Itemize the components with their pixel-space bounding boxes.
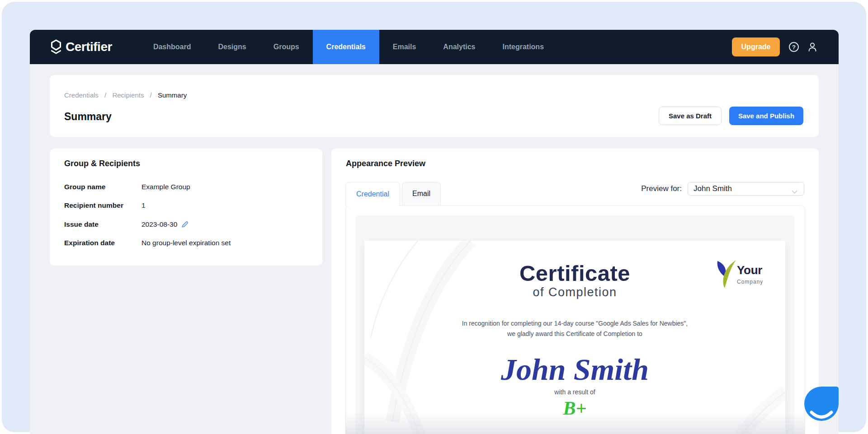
expiration-date-row: Expiration dateNo group-level expiration… (64, 239, 231, 247)
appearance-preview-card: Appearance Preview Credential Email Prev… (331, 149, 819, 434)
expiration-date-label: Expiration date (64, 239, 142, 247)
group-recipients-card: Group & Recipients Group nameExample Gro… (50, 149, 322, 266)
brand-name: Certifier (66, 40, 112, 54)
profile-icon[interactable] (807, 42, 818, 52)
top-navbar: Certifier Dashboard Designs Groups Crede… (30, 30, 839, 64)
issue-date-row: Issue date2023-08-30 (64, 220, 189, 230)
nav-item-groups[interactable]: Groups (260, 30, 313, 64)
nav-item-integrations[interactable]: Integrations (489, 30, 557, 64)
issue-date-label: Issue date (64, 220, 142, 229)
nav-item-analytics[interactable]: Analytics (429, 30, 489, 64)
certificate-result-value: B+ (364, 397, 785, 419)
nav-item-credentials[interactable]: Credentials (313, 30, 379, 64)
nav-items: Dashboard Designs Groups Credentials Ema… (140, 30, 557, 64)
issue-date-value: 2023-08-30 (142, 220, 177, 228)
certifier-logo[interactable]: Certifier (50, 39, 112, 55)
appearance-preview-title: Appearance Preview (346, 159, 425, 168)
nav-item-emails[interactable]: Emails (379, 30, 430, 64)
preview-for-control: Preview for: John Smith (641, 182, 804, 196)
breadcrumb-summary: Summary (158, 91, 187, 99)
certifier-badge-icon (50, 39, 62, 55)
breadcrumb-credentials[interactable]: Credentials (64, 91, 99, 99)
expiration-date-value: No group-level expiration set (142, 239, 231, 247)
recipient-number-label: Recipient number (64, 201, 142, 210)
page-title: Summary (64, 111, 112, 123)
edit-issue-date-icon[interactable] (181, 220, 189, 230)
summary-header-card: Credentials / Recipients / Summary Summa… (50, 75, 819, 137)
recipient-number-value: 1 (142, 201, 146, 209)
chat-smile-icon (804, 387, 839, 421)
certificate-preview: Your Company Certificate of Completion I… (364, 241, 785, 434)
breadcrumb-recipients[interactable]: Recipients (112, 91, 144, 99)
save-as-draft-button[interactable]: Save as Draft (659, 107, 722, 125)
certificate-result-label: with a result of (364, 388, 785, 396)
breadcrumb: Credentials / Recipients / Summary (64, 91, 187, 99)
certificate-canvas: Your Company Certificate of Completion I… (355, 215, 794, 434)
certificate-recipient-name: John Smith (364, 352, 785, 387)
group-name-row: Group nameExample Group (64, 183, 190, 191)
preview-for-select[interactable]: John Smith (688, 182, 804, 196)
preview-for-label: Preview for: (641, 184, 682, 193)
certificate-body-line1: In recognition for completing our 14-day… (364, 318, 785, 329)
certificate-subtitle: of Completion (364, 285, 785, 299)
app-window: Certifier Dashboard Designs Groups Crede… (30, 30, 839, 434)
certificate-body-text: In recognition for completing our 14-day… (364, 318, 785, 339)
nav-item-dashboard[interactable]: Dashboard (140, 30, 205, 64)
chevron-down-icon (792, 187, 797, 196)
nav-item-designs[interactable]: Designs (204, 30, 259, 64)
upgrade-button[interactable]: Upgrade (732, 37, 780, 56)
recipient-number-row: Recipient number1 (64, 201, 146, 210)
chat-widget-button[interactable] (804, 387, 839, 421)
breadcrumb-separator: / (150, 91, 152, 99)
preview-for-value: John Smith (693, 184, 732, 193)
breadcrumb-separator: / (104, 91, 106, 99)
group-name-value: Example Group (142, 183, 190, 191)
tab-credential[interactable]: Credential (345, 182, 400, 206)
group-recipients-title: Group & Recipients (64, 159, 140, 168)
navbar-right-cluster: Upgrade ? (732, 37, 818, 56)
certificate-body-line2: we gladly award this Certificate of Comp… (364, 329, 785, 339)
certificate-title: Certificate (364, 261, 785, 286)
help-icon[interactable]: ? (789, 42, 799, 52)
group-name-label: Group name (64, 183, 142, 191)
tab-email[interactable]: Email (402, 182, 441, 205)
credential-preview-panel: Your Company Certificate of Completion I… (345, 205, 805, 434)
save-and-publish-button[interactable]: Save and Publish (729, 107, 803, 125)
